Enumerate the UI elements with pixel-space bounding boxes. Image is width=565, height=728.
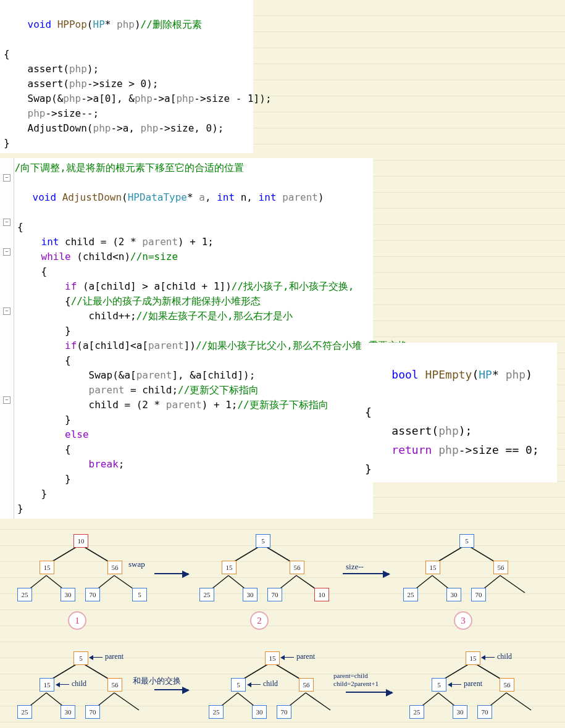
fold-icon[interactable]: − bbox=[3, 219, 10, 226]
heap-node: 25 bbox=[409, 705, 424, 719]
code-line: { bbox=[4, 47, 249, 62]
code-line: return php->size == 0; bbox=[365, 441, 553, 460]
heap-node: 30 bbox=[252, 705, 267, 719]
heap-node: 5 bbox=[132, 588, 147, 601]
heap-node: 30 bbox=[453, 705, 467, 719]
fold-icon[interactable]: − bbox=[3, 308, 10, 315]
heap-diagram: 10 15 56 25 30 70 5 1 swap 5 15 56 25 30… bbox=[0, 531, 565, 728]
heap-node: 56 bbox=[290, 561, 304, 574]
code-line: if (a[child] > a[child + 1])//找小孩子,和小孩子交… bbox=[17, 279, 369, 294]
code-line: } bbox=[17, 324, 369, 338]
arrow-icon bbox=[154, 573, 188, 574]
heap-node: 70 bbox=[267, 588, 282, 601]
code-line: assert(php->size > 0); bbox=[4, 77, 249, 91]
code-line: { bbox=[17, 442, 369, 457]
svg-line-23 bbox=[114, 693, 139, 710]
code-line: { bbox=[17, 264, 369, 279]
tree-step-3: 5 15 56 25 30 70 3 bbox=[398, 531, 540, 630]
heap-node: 56 bbox=[107, 678, 122, 692]
heap-node: 56 bbox=[107, 561, 122, 574]
code-line: } bbox=[17, 487, 369, 501]
code-comment: //向下调整,就是将新的根元素下移至它的合适的位置 bbox=[9, 161, 369, 175]
kw-void: void bbox=[28, 19, 52, 30]
fold-icon[interactable]: − bbox=[3, 248, 10, 256]
code-hpempty: bool HPEmpty(HP* php) { assert(php); ret… bbox=[361, 343, 557, 482]
code-adjustdown: − − − − − //向下调整,就是将新的根元素下移至它的合适的位置 void… bbox=[0, 158, 373, 519]
heap-node: 25 bbox=[199, 588, 214, 601]
heap-node: 15 bbox=[265, 651, 280, 665]
heap-node: 70 bbox=[477, 705, 492, 719]
ptr-child: child bbox=[482, 652, 512, 661]
heap-node: 56 bbox=[500, 678, 514, 692]
heap-node: 5 bbox=[459, 534, 474, 548]
code-line: else bbox=[17, 427, 369, 442]
tree-step-6: 15 5 56 25 30 70 child parent 6 bbox=[404, 648, 546, 728]
heap-node: 25 bbox=[17, 705, 32, 719]
fold-gutter: − − − − − bbox=[0, 158, 14, 519]
annotation-swap-min: 和最小的交换 bbox=[133, 676, 181, 687]
tree-step-5: 15 5 56 25 30 70 parent child 5 bbox=[204, 648, 346, 728]
code-line: Swap(&php->a[0], &php->a[php->size - 1])… bbox=[4, 91, 249, 106]
annotation-sizemm: size-- bbox=[346, 562, 364, 572]
svg-line-29 bbox=[306, 693, 330, 710]
ptr-child: child bbox=[57, 679, 86, 688]
code-line: } bbox=[17, 501, 369, 516]
svg-line-17 bbox=[500, 575, 525, 593]
heap-node: 15 bbox=[40, 678, 54, 692]
code-line: } bbox=[17, 472, 369, 487]
step-number: 2 bbox=[250, 611, 269, 630]
code-line: if(a[child]<a[parent])//如果小孩子比父小,那么不符合小堆… bbox=[17, 338, 369, 353]
code-line: { bbox=[365, 403, 553, 422]
code-line: child++;//如果左孩子不是小,那么右才是小 bbox=[17, 309, 369, 324]
heap-node: 70 bbox=[277, 705, 291, 719]
heap-node: 15 bbox=[425, 561, 440, 574]
heap-node: 5 bbox=[256, 534, 270, 548]
heap-node: 56 bbox=[493, 561, 508, 574]
arrow-icon bbox=[343, 573, 389, 574]
heap-node: 25 bbox=[403, 588, 418, 601]
heap-node: 5 bbox=[231, 678, 246, 692]
code-line: php->size--; bbox=[4, 106, 249, 121]
heap-node: 5 bbox=[432, 678, 446, 692]
code-line: int child = (2 * parent) + 1; bbox=[17, 235, 369, 249]
code-line: { bbox=[17, 220, 369, 235]
fold-icon[interactable]: − bbox=[3, 396, 10, 404]
heap-node: 30 bbox=[243, 588, 257, 601]
code-line: Swap(&a[parent], &a[child]); bbox=[17, 368, 369, 383]
tree-step-4: 5 15 56 25 30 70 parent child 4 bbox=[12, 648, 154, 728]
code-line: } bbox=[4, 136, 249, 151]
heap-node: 56 bbox=[299, 678, 314, 692]
code-line: child = (2 * parent) + 1;//更新孩子下标指向 bbox=[17, 398, 369, 412]
code-line: } bbox=[365, 460, 553, 479]
code-line: } bbox=[17, 412, 369, 427]
arrow-icon bbox=[154, 689, 188, 690]
heap-node: 70 bbox=[85, 705, 100, 719]
fold-icon[interactable]: − bbox=[3, 174, 10, 182]
code-line: while (child<n)//n=size bbox=[17, 249, 369, 264]
ptr-parent: parent bbox=[90, 652, 123, 661]
heap-node: 30 bbox=[446, 588, 461, 601]
step-number: 3 bbox=[454, 611, 472, 630]
svg-line-35 bbox=[506, 693, 531, 710]
code-line: { bbox=[17, 353, 369, 368]
heap-node: 25 bbox=[17, 588, 32, 601]
heap-node: 10 bbox=[73, 534, 88, 548]
heap-node: 15 bbox=[222, 561, 236, 574]
heap-node: 15 bbox=[466, 651, 480, 665]
code-line: parent = child;//更新父下标指向 bbox=[17, 383, 369, 398]
code-line: AdjustDown(php->a, php->size, 0); bbox=[4, 121, 249, 136]
code-line: bool HPEmpty(HP* php) bbox=[365, 346, 553, 403]
annotation-swap: swap bbox=[128, 559, 145, 569]
code-line: break; bbox=[17, 457, 369, 472]
step-number: 1 bbox=[68, 611, 86, 630]
heap-node: 25 bbox=[209, 705, 224, 719]
heap-node: 10 bbox=[314, 588, 329, 601]
heap-node: 5 bbox=[73, 651, 88, 665]
code-line: assert(php); bbox=[365, 422, 553, 441]
ptr-parent: parent bbox=[282, 652, 315, 661]
code-line: void HPPop(HP* php)//删除根元素 bbox=[4, 2, 249, 47]
tree-step-1: 10 15 56 25 30 70 5 1 bbox=[12, 531, 154, 630]
tree-step-2: 5 15 56 25 30 70 10 2 bbox=[195, 531, 337, 630]
code-line: assert(php); bbox=[4, 62, 249, 77]
annotation-update: parent=child child=2parent+1 bbox=[333, 672, 395, 688]
